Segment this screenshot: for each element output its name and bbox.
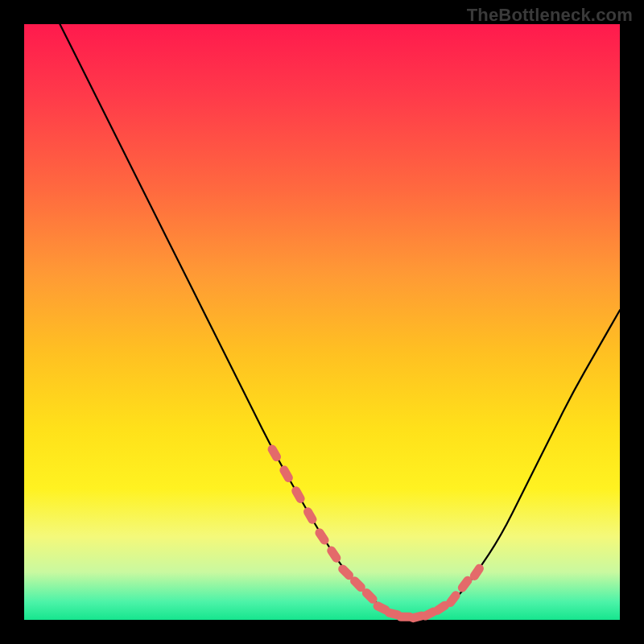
- highlighted-point: [302, 506, 318, 526]
- highlighted-point: [313, 526, 330, 546]
- highlighted-point: [266, 444, 283, 464]
- bottleneck-curve: [60, 24, 620, 617]
- highlighted-point: [290, 485, 306, 505]
- plot-area: [24, 24, 620, 620]
- highlighted-points-group: [266, 444, 486, 624]
- highlighted-point: [325, 544, 342, 564]
- curve-svg: [24, 24, 620, 620]
- chart-frame: TheBottleneck.com: [0, 0, 644, 644]
- highlighted-point: [278, 464, 294, 484]
- watermark-text: TheBottleneck.com: [467, 5, 633, 26]
